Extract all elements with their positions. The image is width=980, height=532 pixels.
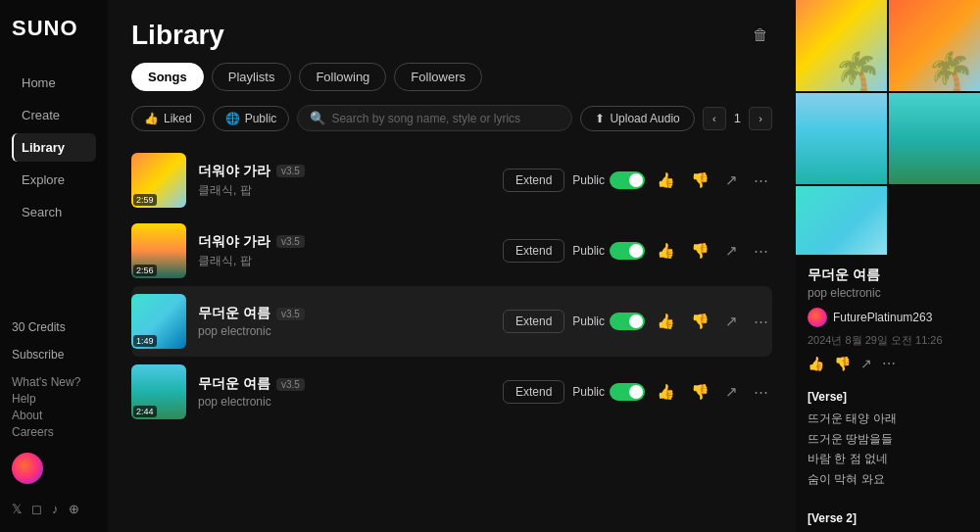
thumbdown-icon[interactable]: 👎 <box>687 311 713 332</box>
verse2-header: [Verse 2] <box>808 508 968 528</box>
upload-audio-button[interactable]: ⬆ Upload Audio <box>580 106 694 131</box>
search-wrap: 🔍 <box>297 105 572 131</box>
song-title-row: 무더운 여름 v3.5 <box>198 305 491 322</box>
page-number: 1 <box>732 111 743 125</box>
song-row[interactable]: 2:56 더워야 가라 v3.5 클래식, 팝 Extend Public 👍 … <box>131 216 772 286</box>
panel-more-icon[interactable]: ⋯ <box>882 356 896 371</box>
tab-followers[interactable]: Followers <box>394 63 482 91</box>
panel-image <box>889 93 980 184</box>
thumbup-icon[interactable]: 👍 <box>653 311 679 332</box>
like-icon: 👍 <box>144 112 159 125</box>
panel-thumbdown-icon[interactable]: 👎 <box>834 356 851 371</box>
share-icon[interactable]: ↗ <box>721 311 742 332</box>
version-badge: v3.5 <box>276 235 305 248</box>
careers-link[interactable]: Careers <box>12 425 96 439</box>
liked-label: Liked <box>164 112 192 125</box>
song-row[interactable]: 2:44 무더운 여름 v3.5 pop electronic Extend P… <box>131 357 772 427</box>
thumbdown-icon[interactable]: 👎 <box>687 169 713 191</box>
share-icon[interactable]: ↗ <box>721 381 742 403</box>
twitter-icon[interactable]: 𝕏 <box>12 502 22 516</box>
instagram-icon[interactable]: ◻ <box>31 502 42 516</box>
liked-filter-button[interactable]: 👍 Liked <box>131 106 205 131</box>
public-toggle[interactable] <box>610 242 645 260</box>
subscribe-button[interactable]: Subscribe <box>12 344 96 365</box>
version-badge: v3.5 <box>276 308 305 320</box>
song-actions: Extend Public 👍 👎 ↗ ⋯ <box>503 239 772 263</box>
share-icon[interactable]: ↗ <box>721 169 742 191</box>
next-page-button[interactable]: › <box>749 107 772 130</box>
more-icon[interactable]: ⋯ <box>750 381 772 403</box>
avatar[interactable] <box>12 453 43 484</box>
song-info: 더워야 가라 v3.5 클래식, 팝 <box>198 233 491 269</box>
song-info: 무더운 여름 v3.5 pop electronic <box>198 375 491 409</box>
thumbdown-icon[interactable]: 👎 <box>687 381 713 403</box>
trash-icon[interactable]: 🗑 <box>749 23 772 48</box>
credits-button[interactable]: 30 Credits <box>12 316 96 338</box>
extend-button[interactable]: Extend <box>503 310 564 333</box>
public-filter-button[interactable]: 🌐 Public <box>213 106 290 131</box>
song-title: 무더운 여름 <box>198 305 270 322</box>
panel-song-title: 무더운 여름 <box>808 266 968 284</box>
tab-songs[interactable]: Songs <box>131 63 204 91</box>
search-icon: 🔍 <box>310 111 325 125</box>
more-icon[interactable]: ⋯ <box>750 311 772 332</box>
panel-image <box>889 0 980 91</box>
sidebar-bottom: 30 Credits Subscribe What's New? Help Ab… <box>12 316 96 516</box>
song-thumbnail: 2:59 <box>131 153 186 208</box>
help-link[interactable]: Help <box>12 392 96 406</box>
song-row[interactable]: 1:49 무더운 여름 v3.5 pop electronic Extend P… <box>131 286 772 357</box>
public-toggle[interactable] <box>610 383 645 401</box>
lyrics-line: 뜨거운 땅밤을들 <box>808 429 968 449</box>
song-row[interactable]: 2:59 더워야 가라 v3.5 클래식, 팝 Extend Public 👍 … <box>131 145 772 216</box>
about-link[interactable]: About <box>12 409 96 422</box>
extend-button[interactable]: Extend <box>503 239 564 263</box>
whats-new-link[interactable]: What's New? <box>12 375 96 389</box>
prev-page-button[interactable]: ‹ <box>703 107 726 130</box>
song-title: 더워야 가라 <box>198 163 270 180</box>
song-thumbnail: 2:44 <box>131 364 186 419</box>
panel-thumbup-icon[interactable]: 👍 <box>808 356 824 371</box>
thumbup-icon[interactable]: 👍 <box>653 240 679 262</box>
song-actions: Extend Public 👍 👎 ↗ ⋯ <box>503 310 772 333</box>
panel-song-info: 무더운 여름 pop electronic FuturePlatinum263 … <box>796 255 980 387</box>
song-actions: Extend Public 👍 👎 ↗ ⋯ <box>503 380 772 404</box>
main-nav: Home Create Library Explore Search <box>12 69 96 316</box>
song-thumbnail: 2:56 <box>131 223 186 278</box>
thumbup-icon[interactable]: 👍 <box>653 381 679 403</box>
tab-playlists[interactable]: Playlists <box>212 63 292 91</box>
sidebar-item-explore[interactable]: Explore <box>12 166 96 194</box>
more-icon[interactable]: ⋯ <box>750 240 772 262</box>
public-toggle-wrap: Public <box>572 383 645 401</box>
share-icon[interactable]: ↗ <box>721 240 742 262</box>
song-title-row: 무더운 여름 v3.5 <box>198 375 491 393</box>
sidebar-item-home[interactable]: Home <box>12 69 96 97</box>
search-input[interactable] <box>331 112 560 125</box>
sidebar-item-library[interactable]: Library <box>12 133 96 162</box>
extend-button[interactable]: Extend <box>503 169 564 192</box>
more-icon[interactable]: ⋯ <box>750 169 772 191</box>
sidebar-item-create[interactable]: Create <box>12 101 96 129</box>
extend-button[interactable]: Extend <box>503 380 564 404</box>
public-toggle-wrap: Public <box>572 171 645 189</box>
song-title-row: 더워야 가라 v3.5 <box>198 233 491 251</box>
public-label: Public <box>245 112 277 125</box>
thumbup-icon[interactable]: 👍 <box>653 169 679 191</box>
panel-username[interactable]: FuturePlatinum263 <box>833 311 932 324</box>
panel-actions: 👍 👎 ↗ ⋯ <box>808 356 968 371</box>
lyrics-line: 숨이 막혀 와요 <box>808 469 968 489</box>
sidebar-item-search[interactable]: Search <box>12 198 96 226</box>
globe-icon: 🌐 <box>225 112 240 125</box>
song-title: 더워야 가라 <box>198 233 270 251</box>
public-toggle[interactable] <box>610 171 645 189</box>
panel-share-icon[interactable]: ↗ <box>860 356 872 371</box>
panel-avatar[interactable] <box>808 308 827 327</box>
discord-icon[interactable]: ⊕ <box>69 502 79 516</box>
thumbdown-icon[interactable]: 👎 <box>687 240 713 262</box>
public-toggle[interactable] <box>610 313 645 330</box>
tab-following[interactable]: Following <box>299 63 386 91</box>
library-title: Library <box>131 20 224 51</box>
song-actions: Extend Public 👍 👎 ↗ ⋯ <box>503 169 772 192</box>
upload-label: Upload Audio <box>610 112 679 125</box>
pagination: ‹ 1 › <box>703 107 772 130</box>
tiktok-icon[interactable]: ♪ <box>52 502 59 516</box>
